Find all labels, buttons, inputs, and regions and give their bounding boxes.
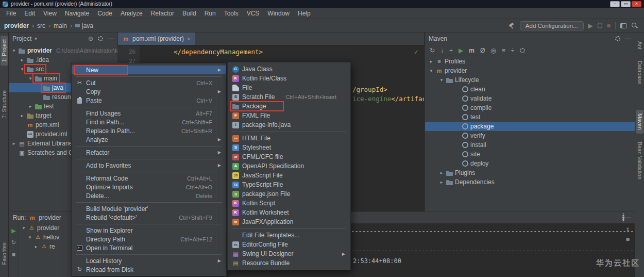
toolwindow-tab-database[interactable]: Database: [636, 57, 643, 88]
context-menu-item[interactable]: Show in Explorer: [72, 226, 226, 235]
context-menu-item[interactable]: Reformat Code Ctrl+Alt+L: [72, 174, 226, 183]
context-menu-item[interactable]: Find Usages Alt+F7: [72, 109, 226, 118]
context-menu-item[interactable]: Cut Ctrl+X: [72, 78, 226, 87]
maven-tree-item[interactable]: ▾ provider: [425, 66, 635, 75]
context-menu-item[interactable]: Find in Path... Ctrl+Shift+F: [72, 118, 226, 126]
submenu-item[interactable]: Stylesheet: [228, 143, 350, 152]
breadcrumb-item[interactable]: provider: [4, 22, 37, 29]
toolwindow-tab-structure[interactable]: 7: Structure: [1, 87, 8, 122]
code-line[interactable]: </dependencyManagement>: [174, 48, 263, 56]
menu-bar-item[interactable]: Window: [263, 10, 294, 17]
stop-button[interactable]: ■: [607, 23, 611, 29]
submenu-item[interactable]: CFML/CFC file: [228, 152, 350, 161]
submenu-item[interactable]: JavaScript File: [228, 171, 350, 180]
expand-arrow-icon[interactable]: ▾: [27, 76, 33, 81]
expand-arrow-icon[interactable]: ▸: [27, 104, 33, 109]
context-menu-item[interactable]: [72, 157, 226, 161]
submenu-item[interactable]: Edit File Templates...: [228, 231, 350, 240]
hide-panel-icon[interactable]: —: [624, 214, 631, 221]
code-fragment[interactable]: /groupId>: [352, 86, 387, 93]
execute-goal-icon[interactable]: m: [469, 47, 474, 54]
context-menu-item[interactable]: [72, 105, 226, 109]
submenu-item[interactable]: JavaFXApplication: [228, 217, 350, 226]
restart-icon[interactable]: ↻: [11, 239, 16, 246]
toolwindow-tab-project[interactable]: 1: Project: [1, 36, 8, 66]
expand-arrow-icon[interactable]: ▾: [19, 67, 25, 72]
submenu-item[interactable]: [228, 226, 350, 231]
layout-icon[interactable]: [620, 23, 626, 28]
gear-icon[interactable]: [98, 36, 103, 41]
maven-tree-item[interactable]: validate: [425, 94, 635, 103]
debug-button[interactable]: [598, 23, 602, 28]
maximize-button[interactable]: ▭: [621, 1, 631, 7]
run-maven-build-icon[interactable]: ▶: [459, 47, 463, 54]
context-menu-item[interactable]: [72, 74, 226, 78]
expand-arrow-icon[interactable]: ▾: [11, 48, 17, 53]
expand-arrow-icon[interactable]: ▸: [19, 113, 25, 118]
expand-arrow-icon[interactable]: ▸: [11, 141, 17, 146]
maven-tree-item[interactable]: clean: [425, 85, 635, 94]
menu-bar-item[interactable]: Analyze: [116, 10, 147, 17]
expand-arrow-icon[interactable]: ▸: [438, 180, 445, 185]
menu-bar-item[interactable]: Navigate: [61, 10, 93, 17]
scroll-to-end-icon[interactable]: ↧: [626, 225, 630, 233]
expand-arrow-icon[interactable]: ▸: [438, 170, 445, 175]
expand-arrow-icon[interactable]: ▾: [27, 235, 33, 240]
context-menu-item[interactable]: Build Module 'provider': [72, 204, 226, 213]
project-tree-item[interactable]: ▾ provider C:\Users\Administrator\IdeaPr…: [9, 46, 117, 55]
maven-tree-item[interactable]: ▸ Profiles: [425, 57, 635, 66]
menu-bar-item[interactable]: Help: [294, 10, 315, 17]
menu-bar-item[interactable]: File: [2, 10, 20, 17]
breadcrumb-item[interactable]: src: [37, 22, 54, 29]
gear-icon[interactable]: [615, 36, 620, 41]
maven-tree-item[interactable]: verify: [425, 131, 635, 140]
context-menu-item[interactable]: New ▶: [72, 66, 226, 74]
chevron-down-icon[interactable]: ▾: [35, 36, 37, 41]
submenu-item[interactable]: FXML File: [228, 111, 350, 120]
submenu-item[interactable]: [228, 129, 350, 134]
submenu-item[interactable]: package-info.java: [228, 120, 350, 129]
toolwindow-tab-ant[interactable]: Ant: [636, 38, 643, 53]
context-menu-item[interactable]: [72, 252, 226, 256]
add-maven-project-icon[interactable]: +: [449, 47, 453, 54]
context-menu-item[interactable]: Optimize Imports Ctrl+Alt+O: [72, 183, 226, 191]
context-menu-item[interactable]: Rebuild '<default>' Ctrl+Shift+F9: [72, 213, 226, 222]
breadcrumb-item[interactable]: main: [54, 22, 75, 29]
submenu-item[interactable]: Kotlin File/Class: [228, 74, 350, 83]
expand-arrow-icon[interactable]: ▾: [21, 225, 27, 231]
menu-bar-item[interactable]: Run: [200, 10, 220, 17]
maven-tree-item[interactable]: compile: [425, 103, 635, 112]
offline-mode-icon[interactable]: ◎: [490, 47, 496, 54]
skip-tests-icon[interactable]: Ø: [480, 47, 485, 54]
expand-arrow-icon[interactable]: ▸: [428, 59, 434, 64]
maven-tree-item[interactable]: package: [425, 122, 635, 131]
reimport-icon[interactable]: ↻: [430, 47, 435, 54]
title-bar[interactable]: provider - pom.xml (provider) (Administr…: [0, 0, 644, 8]
context-menu-item[interactable]: Analyze ▶: [72, 135, 226, 144]
maven-tree-item[interactable]: test: [425, 112, 635, 122]
context-menu-item[interactable]: Refactor ▶: [72, 148, 226, 157]
menu-bar-item[interactable]: Refactor: [147, 10, 178, 17]
maven-tree-item[interactable]: deploy: [425, 159, 635, 168]
collapse-all-icon[interactable]: ÷: [511, 47, 515, 54]
submenu-item[interactable]: HTML File: [228, 134, 350, 143]
maven-tree-item[interactable]: site: [425, 150, 635, 159]
context-menu-item[interactable]: Copy ▶: [72, 87, 226, 96]
code-fragment[interactable]: ice-engine</artifac: [352, 95, 424, 103]
submenu-item[interactable]: File: [228, 83, 350, 92]
context-menu-item[interactable]: Reload from Disk: [72, 265, 226, 274]
maven-tree-item[interactable]: ▸ Plugins: [425, 168, 635, 177]
expand-arrow-icon[interactable]: ▾: [428, 68, 434, 73]
context-menu-item[interactable]: Local History ▶: [72, 256, 226, 265]
context-menu-item[interactable]: Directory Path Ctrl+Alt+F12: [72, 235, 226, 243]
context-menu-item[interactable]: Add to Favorites ▶: [72, 161, 226, 170]
submenu-item[interactable]: Package: [228, 102, 350, 111]
inspections-ok-icon[interactable]: ✓: [414, 48, 419, 56]
search-everywhere-icon[interactable]: [631, 22, 638, 29]
context-menu-item[interactable]: [72, 200, 226, 204]
submenu-item[interactable]: Swing UI Designer ▶: [228, 249, 350, 258]
breadcrumb-item[interactable]: java: [75, 22, 93, 29]
context-menu-item[interactable]: Paste Ctrl+V: [72, 96, 226, 105]
hide-panel-icon[interactable]: —: [108, 35, 114, 42]
expand-arrow-icon[interactable]: ▸: [19, 57, 25, 62]
